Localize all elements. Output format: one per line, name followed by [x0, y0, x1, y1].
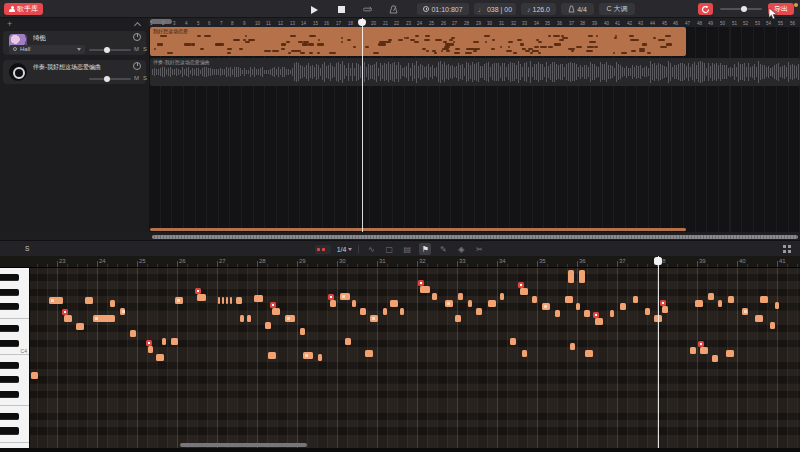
piano-roll-ruler[interactable]: 23242526272829303132333435363738394041 [0, 256, 800, 268]
midi-note[interactable] [110, 300, 115, 307]
metronome-button[interactable] [389, 5, 398, 14]
collapse-panel-icon[interactable] [134, 22, 141, 29]
midi-note[interactable] [175, 297, 183, 304]
midi-note[interactable] [265, 322, 271, 329]
midi-note[interactable] [476, 308, 482, 315]
midi-note[interactable] [254, 295, 263, 302]
note-warning-badge[interactable] [418, 280, 424, 286]
piano-key-black[interactable] [0, 303, 19, 310]
midi-note[interactable] [579, 270, 585, 283]
midi-note[interactable] [156, 354, 164, 361]
time-signature-display[interactable]: 4/4 [561, 3, 594, 15]
midi-note[interactable] [31, 372, 38, 379]
midi-note[interactable] [633, 296, 638, 303]
solo-button[interactable]: S [143, 75, 147, 81]
midi-note[interactable] [458, 293, 463, 300]
midi-note[interactable] [718, 300, 722, 307]
midi-note[interactable] [585, 350, 593, 357]
midi-note[interactable] [520, 288, 528, 295]
midi-note[interactable] [226, 297, 228, 304]
midi-note[interactable] [775, 302, 779, 309]
midi-note[interactable] [662, 306, 668, 313]
track-row-vocal[interactable]: 绮栀 Hall M S [3, 31, 146, 55]
midi-note[interactable] [468, 300, 472, 307]
accompaniment-audio-clip[interactable]: 伴奏-我好想这场恋爱编曲 [150, 58, 800, 86]
scissors-tool[interactable]: ✂ [473, 243, 485, 255]
midi-note[interactable] [272, 308, 280, 315]
solo-button[interactable]: S [143, 46, 147, 52]
piano-key-black[interactable] [0, 376, 19, 383]
vocal-midi-clip[interactable]: 我好想这场恋爱 [150, 27, 686, 56]
arrange-ruler[interactable]: 1234567891011121314151617181920212223242… [148, 18, 800, 27]
midi-note[interactable] [432, 293, 437, 300]
midi-note[interactable] [285, 315, 295, 322]
note-warning-badge[interactable] [146, 340, 152, 346]
midi-note[interactable] [760, 296, 768, 303]
midi-note[interactable] [76, 323, 84, 330]
marquee-select-tool[interactable]: ▢ [383, 243, 395, 255]
track-volume-thumb[interactable] [104, 47, 110, 53]
piano-key-black[interactable] [0, 391, 19, 398]
track-volume-slider[interactable] [89, 78, 131, 80]
midi-note[interactable] [148, 346, 153, 353]
note-warning-badge[interactable] [593, 312, 599, 318]
midi-note[interactable] [532, 296, 537, 303]
note-warning-badge[interactable] [195, 288, 201, 294]
midi-note[interactable] [455, 315, 461, 322]
key-display[interactable]: C 大调 [599, 3, 635, 15]
midi-note[interactable] [620, 303, 626, 310]
midi-note[interactable] [576, 303, 580, 310]
midi-note[interactable] [360, 308, 366, 315]
midi-note[interactable] [645, 308, 650, 315]
expand-view-icon[interactable] [783, 245, 791, 253]
note-warning-badge[interactable] [328, 294, 334, 300]
reverb-preset-dropdown[interactable]: Hall [9, 45, 85, 54]
ruler-range-pill[interactable] [150, 19, 172, 24]
midi-note[interactable] [700, 347, 708, 354]
midi-note[interactable] [522, 350, 527, 357]
pencil-tool[interactable]: ✎ [437, 243, 449, 255]
midi-note[interactable] [390, 300, 398, 307]
piano-roll-horizontal-scrollbar[interactable] [180, 443, 307, 447]
time-display[interactable]: 01:10:807 [417, 3, 469, 15]
piano-roll-playhead-handle[interactable] [654, 257, 662, 265]
midi-note[interactable] [352, 300, 356, 307]
flag-select-tool[interactable]: ⚑ [419, 243, 431, 255]
midi-note[interactable] [695, 300, 703, 307]
midi-note[interactable] [383, 308, 387, 315]
add-track-button[interactable]: + [7, 19, 12, 29]
eraser-tool[interactable]: ◈ [455, 243, 467, 255]
midi-note[interactable] [303, 352, 313, 359]
arrange-timeline[interactable]: 1234567891011121314151617181920212223242… [148, 18, 800, 232]
grid-division-dropdown[interactable]: 1/4 [337, 246, 353, 253]
midi-note[interactable] [570, 343, 575, 350]
midi-note[interactable] [162, 338, 166, 345]
midi-note[interactable] [365, 350, 373, 357]
midi-note[interactable] [542, 303, 550, 310]
midi-note[interactable] [500, 293, 504, 300]
midi-note[interactable] [755, 315, 763, 322]
loop-button[interactable] [363, 5, 372, 14]
piano-key-black[interactable] [0, 413, 19, 420]
midi-note[interactable] [236, 297, 242, 304]
piano-key-black[interactable] [0, 289, 19, 296]
midi-note[interactable] [584, 310, 590, 317]
midi-note[interactable] [268, 352, 276, 359]
midi-note[interactable] [49, 297, 63, 304]
play-button[interactable] [310, 5, 319, 14]
track-volume-thumb[interactable] [104, 76, 110, 82]
arrange-playhead-line[interactable] [362, 18, 363, 232]
midi-note[interactable] [728, 296, 734, 303]
midi-note[interactable] [218, 297, 220, 304]
note-warning-badge[interactable] [62, 309, 68, 315]
midi-note[interactable] [726, 350, 734, 357]
midi-note[interactable] [130, 330, 136, 337]
piano-roll-grid[interactable] [30, 268, 800, 448]
midi-note[interactable] [595, 318, 603, 325]
note-warning-badge[interactable] [518, 282, 524, 288]
track-volume-slider[interactable] [89, 49, 131, 51]
bar-beat-display[interactable]: ♩ 038 | 00 [474, 3, 516, 15]
pan-knob[interactable] [133, 62, 141, 70]
midi-note[interactable] [330, 300, 336, 307]
midi-note[interactable] [565, 296, 573, 303]
